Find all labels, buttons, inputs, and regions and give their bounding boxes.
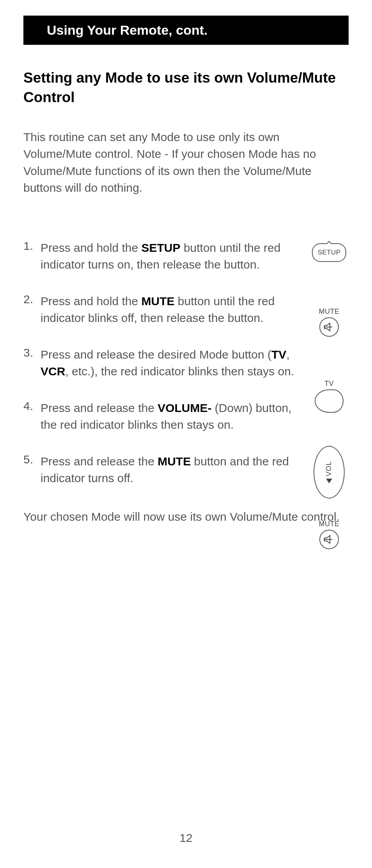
setup-button-icon: SETUP	[310, 243, 349, 262]
mute-label: MUTE	[319, 520, 340, 528]
step-item: 4. Press and release the VOLUME- (Down) …	[23, 400, 349, 433]
closing-paragraph: Your chosen Mode will now use its own Vo…	[23, 508, 349, 525]
mute-label: MUTE	[319, 308, 340, 316]
setup-icon: SETUP	[312, 243, 346, 262]
volume-down-button-icon: VOL	[310, 446, 349, 499]
intro-paragraph: This routine can set any Mode to use onl…	[23, 129, 349, 196]
step-number: 1.	[23, 239, 41, 253]
step-item: 2. Press and hold the MUTE button until …	[23, 293, 349, 327]
step-text: Press and release the MUTE button and th…	[41, 453, 349, 487]
mute-button-icon: MUTE	[310, 520, 349, 549]
step-text: Press and hold the SETUP button until th…	[41, 239, 349, 273]
tv-icon	[315, 389, 344, 413]
mute-button-icon: MUTE	[310, 308, 349, 337]
step-text: Press and hold the MUTE button until the…	[41, 293, 349, 327]
steps-list: 1. Press and hold the SETUP button until…	[23, 239, 349, 487]
step-text: Press and release the VOLUME- (Down) but…	[41, 400, 349, 433]
down-arrow-icon	[326, 479, 332, 483]
step-text: Press and release the desired Mode butto…	[41, 346, 349, 380]
step-item: 5. Press and release the MUTE button and…	[23, 453, 349, 487]
page-header: Using Your Remote, cont.	[23, 16, 349, 45]
header-title: Using Your Remote, cont.	[47, 23, 207, 37]
tv-label: TV	[324, 380, 334, 388]
step-number: 4.	[23, 400, 41, 413]
step-item: 3. Press and release the desired Mode bu…	[23, 346, 349, 380]
vol-icon: VOL	[314, 446, 345, 499]
section-title: Setting any Mode to use its own Volume/M…	[23, 68, 349, 107]
step-number: 5.	[23, 453, 41, 466]
step-number: 3.	[23, 346, 41, 359]
step-item: 1. Press and hold the SETUP button until…	[23, 239, 349, 273]
tv-button-icon: TV	[310, 380, 349, 413]
page-number: 12	[0, 831, 372, 845]
mute-icon	[319, 530, 339, 549]
mute-icon	[319, 317, 339, 337]
step-number: 2.	[23, 293, 41, 306]
